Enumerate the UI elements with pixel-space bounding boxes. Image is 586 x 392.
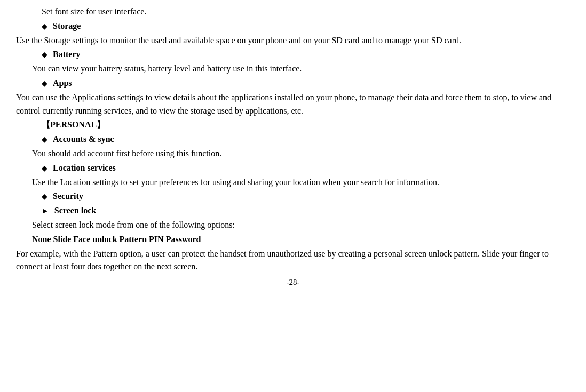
personal-heading-text: 【PERSONAL】 bbox=[42, 120, 105, 129]
screen-lock-text: Select screen lock mode from one of the … bbox=[32, 220, 235, 229]
location-heading-line: ◆ Location services bbox=[42, 162, 570, 175]
page-number: -28- bbox=[16, 278, 570, 287]
storage-heading: Storage bbox=[53, 21, 81, 30]
location-text: Use the Location settings to set your pr… bbox=[32, 178, 439, 187]
apps-diamond-icon: ◆ bbox=[42, 78, 47, 90]
screen-lock-heading: Screen lock bbox=[54, 206, 96, 215]
accounts-text-line: You should add account first before usin… bbox=[32, 147, 570, 161]
location-text-line: Use the Location settings to set your pr… bbox=[32, 176, 570, 189]
screen-lock-arrow-icon: ► bbox=[42, 205, 49, 217]
apps-heading-line: ◆ Apps bbox=[42, 77, 570, 90]
font-size-text: Set font size for user interface. bbox=[42, 7, 146, 16]
page-number-text: -28- bbox=[287, 278, 300, 286]
battery-text-line: You can view your battery status, batter… bbox=[32, 62, 570, 76]
page-content: Set font size for user interface. ◆ Stor… bbox=[0, 0, 586, 392]
battery-diamond-icon: ◆ bbox=[42, 49, 47, 61]
security-diamond-icon: ◆ bbox=[42, 191, 47, 203]
security-heading: Security bbox=[53, 191, 83, 201]
font-size-line: Set font size for user interface. bbox=[42, 5, 570, 19]
battery-heading-line: ◆ Battery bbox=[42, 48, 570, 61]
location-diamond-icon: ◆ bbox=[42, 163, 47, 174]
screen-lock-options-line: None Slide Face unlock Pattern PIN Passw… bbox=[32, 233, 570, 246]
storage-diamond-icon: ◆ bbox=[42, 21, 47, 33]
example-text-line: For example, with the Pattern option, a … bbox=[16, 247, 570, 274]
accounts-heading: Accounts & sync bbox=[53, 134, 114, 143]
personal-heading-line: 【PERSONAL】 bbox=[42, 118, 570, 132]
accounts-heading-line: ◆ Accounts & sync bbox=[42, 133, 570, 146]
apps-text-line: You can use the Applications settings to… bbox=[16, 91, 570, 118]
storage-text: Use the Storage settings to monitor the … bbox=[16, 36, 461, 45]
storage-heading-line: ◆ Storage bbox=[42, 20, 570, 33]
apps-heading: Apps bbox=[53, 78, 72, 87]
screen-lock-options: None Slide Face unlock Pattern PIN Passw… bbox=[32, 235, 201, 244]
screen-lock-heading-line: ► Screen lock bbox=[42, 204, 570, 218]
example-text: For example, with the Pattern option, a … bbox=[16, 249, 549, 271]
battery-heading: Battery bbox=[53, 50, 81, 59]
battery-text: You can view your battery status, batter… bbox=[32, 64, 302, 73]
apps-text: You can use the Applications settings to… bbox=[16, 93, 551, 115]
screen-lock-text-line: Select screen lock mode from one of the … bbox=[32, 219, 570, 232]
accounts-text: You should add account first before usin… bbox=[32, 149, 221, 158]
accounts-diamond-icon: ◆ bbox=[42, 134, 47, 146]
location-heading: Location services bbox=[53, 163, 116, 172]
storage-text-line: Use the Storage settings to monitor the … bbox=[16, 34, 570, 47]
security-heading-line: ◆ Security bbox=[42, 190, 570, 203]
